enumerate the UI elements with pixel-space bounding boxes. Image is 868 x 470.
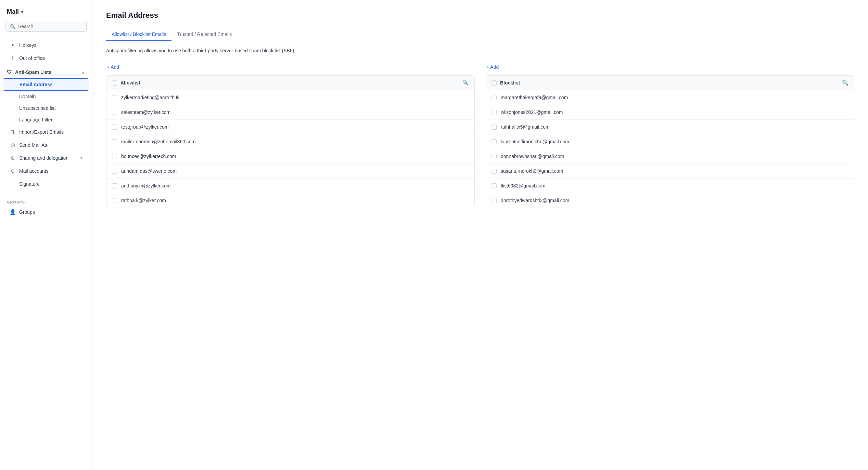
sidebar-item-sharing-delegation[interactable]: ⊕ Sharing and delegation ▾ — [3, 152, 89, 165]
list-item: anthony.m@zylker.com — [106, 179, 474, 193]
blocklist-title: Blocklist — [500, 80, 520, 86]
row-checkbox[interactable] — [112, 125, 117, 130]
page-title: Email Address — [106, 11, 854, 20]
email-text: donnabrownsha6@gmail.com — [501, 154, 564, 159]
list-item: testgroup@zylker.com — [106, 120, 474, 134]
email-text: laurentcoffimontcho@gmail.com — [501, 139, 569, 144]
sidebar-item-mail-accounts[interactable]: ⊙ Mail accounts — [3, 165, 89, 178]
antispam-group-header[interactable]: 🛡 Anti-Spam Lists ▲ — [0, 66, 92, 78]
row-checkbox[interactable] — [492, 169, 497, 174]
lists-container: + Add Allowlist 🔍 zylkermarketing@amrrit… — [106, 63, 854, 208]
allowlist-add-section: + Add — [106, 63, 475, 71]
sidebar-item-language-filter[interactable]: Language Filter — [3, 114, 89, 126]
list-item: zylkermarketing@amrrith.tk — [106, 90, 474, 105]
email-text: zylkermarketing@amrrith.tk — [121, 95, 180, 100]
sidebar-item-out-of-office[interactable]: ✈ Out of office — [3, 52, 89, 65]
email-text: testgroup@zylker.com — [121, 124, 169, 130]
sidebar-divider — [5, 193, 87, 193]
row-checkbox[interactable] — [112, 169, 117, 174]
list-item: donnabrownsha6@gmail.com — [486, 149, 854, 164]
email-text: wilsonjones2021@gmail.com — [501, 109, 563, 115]
row-checkbox[interactable] — [112, 183, 117, 188]
sidebar-item-unsubscribed-list[interactable]: Unsubscribed list — [3, 102, 89, 114]
list-item: arindam.das@swerio.com — [106, 164, 474, 179]
sidebar-item-label: Hotkeys — [19, 42, 37, 48]
email-text: margaretbakergaf9@gmail.com — [501, 95, 568, 100]
blocklist-select-all-checkbox[interactable] — [492, 80, 497, 86]
list-item: rathna.k@zylker.com — [106, 193, 474, 208]
antispam-icon: 🛡 — [7, 69, 12, 75]
email-text: flist6982@gmail.com — [501, 183, 545, 188]
signature-icon: ≡ — [10, 181, 16, 187]
email-text: anthony.m@zylker.com — [121, 183, 171, 188]
allowlist-search-icon[interactable]: 🔍 — [462, 80, 469, 86]
row-checkbox[interactable] — [112, 110, 117, 115]
antispam-expand-icon: ▲ — [81, 70, 85, 75]
main-content: Email Address Allowlist / Blocklist Emai… — [92, 0, 868, 470]
blocklist-add-section: + Add — [486, 63, 854, 71]
row-checkbox[interactable] — [492, 198, 497, 203]
sidebar-item-send-mail-as[interactable]: ◎ Send Mail As — [3, 139, 89, 152]
sidebar-item-hotkeys[interactable]: ✦ Hotkeys — [3, 39, 89, 52]
list-item: ruthhalltx5@gmail.com — [486, 120, 854, 134]
email-text: arindam.das@swerio.com — [121, 168, 177, 174]
sidebar: Mail ▾ 🔍 ✦ Hotkeys ✈ Out of office 🛡 Ant… — [0, 0, 92, 470]
blocklist-header-left: Blocklist — [492, 80, 520, 86]
row-checkbox[interactable] — [112, 154, 117, 159]
mail-accounts-icon: ⊙ — [10, 168, 16, 174]
row-checkbox[interactable] — [492, 125, 497, 130]
email-text: salesteam@zylker.com — [121, 109, 170, 115]
row-checkbox[interactable] — [492, 110, 497, 115]
email-text: rathna.k@zylker.com — [121, 198, 166, 203]
list-item: dorothyedwardshti3@gmail.com — [486, 193, 854, 208]
search-input[interactable] — [18, 24, 82, 29]
blocklist-header: Blocklist 🔍 — [486, 76, 854, 90]
tabs-container: Allowlist / Blocklist Emails Trusted / R… — [106, 28, 854, 41]
allowlist-select-all-checkbox[interactable] — [112, 80, 117, 86]
email-text: mailer-daemon@zohomail360.com — [121, 139, 195, 144]
sidebar-item-import-export[interactable]: ⇅ Import/Export Emails — [3, 126, 89, 139]
list-item: mailer-daemon@zohomail360.com — [106, 134, 474, 149]
list-item: salesteam@zylker.com — [106, 105, 474, 120]
allowlist-header: Allowlist 🔍 — [106, 76, 474, 90]
list-item: flist6982@gmail.com — [486, 179, 854, 193]
app-logo[interactable]: Mail ▾ — [0, 5, 92, 21]
allowlist-add-button[interactable]: + Add — [106, 63, 475, 71]
sidebar-item-groups[interactable]: 👤 Groups — [3, 206, 89, 219]
row-checkbox[interactable] — [492, 95, 497, 100]
blocklist-section: + Add Blocklist 🔍 margaretbakergaf9@gmai… — [486, 63, 854, 208]
app-chevron: ▾ — [21, 9, 23, 15]
nav-hotkeys: ✦ Hotkeys ✈ Out of office — [0, 37, 92, 66]
tab-trusted-rejected[interactable]: Trusted / Rejected Emails — [171, 28, 237, 41]
blocklist-panel: Blocklist 🔍 margaretbakergaf9@gmail.com … — [486, 75, 854, 208]
send-mail-icon: ◎ — [10, 142, 16, 148]
blocklist-add-button[interactable]: + Add — [486, 63, 854, 71]
list-item: susanturnerokh0@gmail.com — [486, 164, 854, 179]
list-item: margaretbakergaf9@gmail.com — [486, 90, 854, 105]
tab-allowlist-blocklist[interactable]: Allowlist / Blocklist Emails — [106, 28, 171, 41]
allowlist-rows: zylkermarketing@amrrith.tk salesteam@zyl… — [106, 90, 474, 208]
search-box[interactable]: 🔍 — [5, 21, 87, 32]
email-text: ruthhalltx5@gmail.com — [501, 124, 550, 130]
email-text: bounces@zylkertech.com — [121, 154, 176, 159]
groups-icon: 👤 — [10, 209, 16, 215]
page-description: Antispam filtering allows you to use bot… — [106, 48, 854, 53]
sidebar-item-signature[interactable]: ≡ Signature — [3, 178, 89, 190]
row-checkbox[interactable] — [112, 198, 117, 203]
antispam-label: Anti-Spam Lists — [15, 69, 52, 75]
row-checkbox[interactable] — [112, 95, 117, 100]
row-checkbox[interactable] — [492, 139, 497, 144]
allowlist-section: + Add Allowlist 🔍 zylkermarketing@amrrit… — [106, 63, 475, 208]
sharing-icon: ⊕ — [10, 155, 16, 161]
sidebar-item-email-address[interactable]: Email Address — [3, 78, 89, 91]
row-checkbox[interactable] — [112, 139, 117, 144]
allowlist-title: Allowlist — [120, 80, 140, 86]
blocklist-search-icon[interactable]: 🔍 — [842, 80, 848, 86]
list-item: bounces@zylkertech.com — [106, 149, 474, 164]
groups-section-label: GROUPS — [0, 196, 92, 206]
out-of-office-icon: ✈ — [10, 55, 16, 61]
sidebar-item-domain[interactable]: Domain — [3, 91, 89, 102]
row-checkbox[interactable] — [492, 183, 497, 188]
import-export-icon: ⇅ — [10, 129, 16, 135]
row-checkbox[interactable] — [492, 154, 497, 159]
